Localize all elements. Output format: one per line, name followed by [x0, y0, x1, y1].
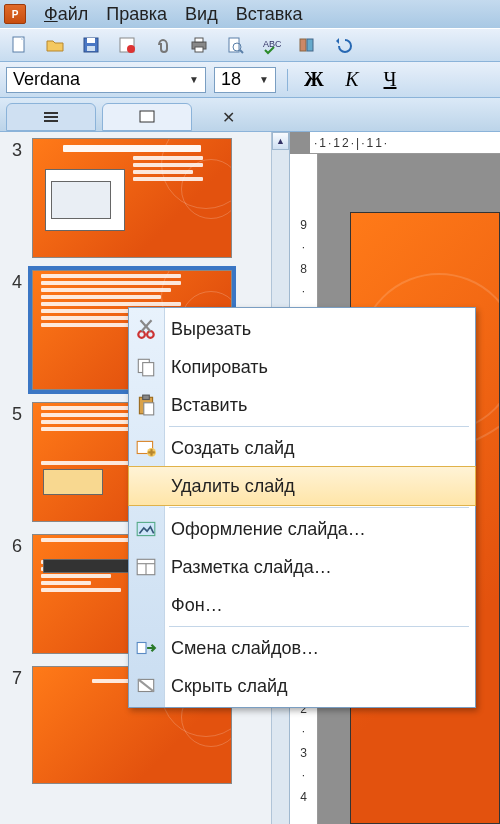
menu-view[interactable]: Вид	[185, 4, 218, 25]
menu-bar: P Файл Правка Вид Вставка	[0, 0, 500, 28]
hide-slide-icon	[135, 675, 157, 697]
svg-rect-7	[195, 38, 203, 42]
menu-label: Вырезать	[171, 319, 251, 340]
design-icon	[135, 518, 157, 540]
italic-button[interactable]: К	[337, 67, 367, 93]
chevron-down-icon: ▼	[189, 74, 199, 85]
menu-copy[interactable]: Копировать	[129, 348, 475, 386]
menu-label: Скрыть слайд	[171, 676, 288, 697]
font-name-value: Verdana	[13, 69, 80, 90]
preview-button[interactable]	[222, 32, 248, 58]
format-toolbar: Verdana ▼ 18 ▼ Ж К Ч	[0, 62, 500, 98]
slides-icon	[139, 110, 155, 124]
menu-label: Разметка слайда…	[171, 557, 332, 578]
font-size-select[interactable]: 18 ▼	[214, 67, 276, 93]
svg-rect-24	[143, 363, 154, 376]
slide-number: 4	[4, 270, 22, 293]
standard-toolbar: ABC	[0, 28, 500, 62]
tab-slides[interactable]	[102, 103, 192, 131]
print-button[interactable]	[186, 32, 212, 58]
thumb-row: 3	[4, 138, 289, 258]
separator	[169, 507, 469, 508]
menu-label: Смена слайдов…	[171, 638, 319, 659]
horizontal-ruler: ·1·12·|·11·	[310, 132, 500, 154]
font-size-value: 18	[221, 69, 241, 90]
svg-rect-36	[137, 643, 146, 654]
svg-line-11	[240, 50, 243, 53]
transition-icon	[135, 637, 157, 659]
svg-point-20	[147, 331, 154, 338]
svg-point-19	[138, 331, 145, 338]
menu-file[interactable]: Файл	[44, 4, 88, 25]
undo-button[interactable]	[330, 32, 356, 58]
new-doc-button[interactable]	[6, 32, 32, 58]
bold-button[interactable]: Ж	[299, 67, 329, 93]
menu-background[interactable]: Фон…	[129, 586, 475, 624]
attach-button[interactable]	[150, 32, 176, 58]
close-button[interactable]	[114, 32, 140, 58]
menu-label: Фон…	[171, 595, 223, 616]
svg-rect-27	[144, 403, 154, 415]
menu-paste[interactable]: Вставить	[129, 386, 475, 424]
svg-rect-13	[300, 39, 306, 51]
menu-label: Вставить	[171, 395, 247, 416]
separator	[287, 69, 288, 91]
menu-label: Оформление слайда…	[171, 519, 366, 540]
copy-icon	[135, 356, 157, 378]
slide-number: 5	[4, 402, 22, 425]
svg-text:ABC: ABC	[263, 39, 281, 49]
slide-number: 3	[4, 138, 22, 161]
spellcheck-button[interactable]: ABC	[258, 32, 284, 58]
save-button[interactable]	[78, 32, 104, 58]
svg-rect-18	[140, 111, 154, 122]
slide-context-menu: Вырезать Копировать Вставить Создать сла…	[128, 307, 476, 708]
scroll-up-icon[interactable]: ▲	[272, 132, 289, 150]
svg-rect-2	[87, 38, 95, 43]
slide-number: 7	[4, 666, 22, 689]
tab-outline[interactable]	[6, 103, 96, 131]
menu-edit[interactable]: Правка	[106, 4, 167, 25]
layout-icon	[135, 556, 157, 578]
svg-rect-8	[195, 47, 203, 52]
pane-tabs: ✕	[0, 98, 500, 132]
font-name-select[interactable]: Verdana ▼	[6, 67, 206, 93]
menu-label: Создать слайд	[171, 438, 294, 459]
separator	[169, 426, 469, 427]
underline-button[interactable]: Ч	[375, 67, 405, 93]
research-button[interactable]	[294, 32, 320, 58]
menu-cut[interactable]: Вырезать	[129, 310, 475, 348]
open-button[interactable]	[42, 32, 68, 58]
svg-rect-26	[143, 395, 150, 399]
menu-design[interactable]: Оформление слайда…	[129, 510, 475, 548]
menu-layout[interactable]: Разметка слайда…	[129, 548, 475, 586]
menu-hide-slide[interactable]: Скрыть слайд	[129, 667, 475, 705]
outline-icon	[42, 110, 60, 124]
svg-point-5	[127, 45, 135, 53]
slide-number: 6	[4, 534, 22, 557]
menu-delete-slide[interactable]: Удалить слайд	[129, 467, 475, 505]
app-icon: P	[4, 4, 26, 24]
chevron-down-icon: ▼	[259, 74, 269, 85]
menu-new-slide[interactable]: Создать слайд	[129, 429, 475, 467]
menu-label: Удалить слайд	[171, 476, 295, 497]
paste-icon	[135, 394, 157, 416]
cut-icon	[135, 318, 157, 340]
menu-label: Копировать	[171, 357, 268, 378]
pane-close-button[interactable]: ✕	[208, 103, 248, 131]
menu-transition[interactable]: Смена слайдов…	[129, 629, 475, 667]
new-slide-icon	[135, 437, 157, 459]
svg-rect-14	[307, 39, 313, 51]
menu-insert[interactable]: Вставка	[236, 4, 303, 25]
separator	[169, 626, 469, 627]
svg-rect-3	[87, 46, 95, 51]
slide-thumbnail-3[interactable]	[32, 138, 232, 258]
